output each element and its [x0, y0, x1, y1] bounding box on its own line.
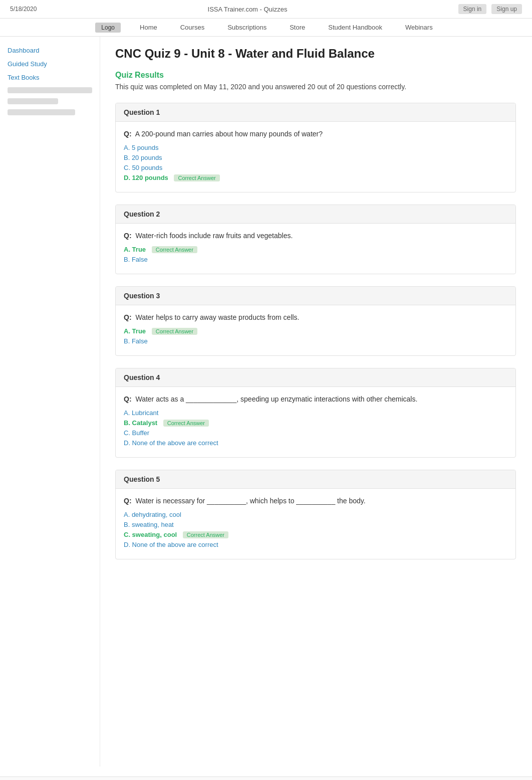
answer-option-3-2: B. False — [124, 337, 507, 345]
question-block-5: Question 5Q: Water is necessary for ____… — [115, 470, 516, 559]
answer-option-1-4: D. 120 pounds Correct Answer — [124, 174, 507, 181]
question-body-2: Q: Water-rich foods include raw fruits a… — [116, 224, 515, 274]
correct-indicator-3: Correct Answer — [152, 328, 197, 335]
answer-option-5-2: B. sweating, heat — [124, 521, 507, 528]
answer-option-5-3: C. sweating, cool Correct Answer — [124, 531, 507, 538]
answer-option-5-1: A. dehydrating, cool — [124, 511, 507, 518]
main-content: CNC Quiz 9 - Unit 8 - Water and Fluid Ba… — [100, 37, 531, 766]
question-text-1: Q: A 200-pound man carries about how man… — [124, 130, 507, 138]
question-header-3: Question 3 — [116, 287, 515, 305]
answer-option-3-1: A. True Correct Answer — [124, 327, 507, 335]
sidebar: Dashboard Guided Study Text Books — [0, 37, 100, 766]
question-block-3: Question 3Q: Water helps to carry away w… — [115, 286, 516, 356]
top-bar-title: ISSA Trainer.com - Quizzes — [208, 6, 288, 13]
quiz-results-description: This quiz was completed on May 11, 2020 … — [115, 83, 516, 91]
nav-item-handbook[interactable]: Student Handbook — [324, 22, 386, 33]
sidebar-link-dashboard[interactable]: Dashboard — [8, 47, 92, 54]
top-bar-actions: Sign in Sign up — [458, 4, 522, 14]
sidebar-link-text-books[interactable]: Text Books — [8, 74, 92, 81]
answer-option-4-2: B. Catalyst Correct Answer — [124, 419, 507, 427]
answer-option-2-1: A. True Correct Answer — [124, 246, 507, 253]
question-body-4: Q: Water acts as a _____________, speedi… — [116, 387, 515, 457]
nav-logo[interactable]: Logo — [95, 23, 121, 33]
question-block-4: Question 4Q: Water acts as a ___________… — [115, 368, 516, 458]
sidebar-placeholder-3 — [8, 109, 75, 115]
sign-in-button[interactable]: Sign in — [458, 4, 487, 14]
footer: Back 1 — [0, 776, 532, 780]
question-body-3: Q: Water helps to carry away waste produ… — [116, 305, 515, 355]
question-header-2: Question 2 — [116, 205, 515, 224]
nav-item-webinars[interactable]: Webinars — [401, 22, 437, 33]
question-header-4: Question 4 — [116, 368, 515, 387]
question-body-5: Q: Water is necessary for __________, wh… — [116, 489, 515, 559]
page-layout: Dashboard Guided Study Text Books CNC Qu… — [0, 37, 532, 766]
nav-item-home[interactable]: Home — [136, 22, 161, 33]
nav-item-subscriptions[interactable]: Subscriptions — [223, 22, 271, 33]
sidebar-placeholder-2 — [8, 98, 58, 104]
nav-bar: Logo Home Courses Subscriptions Store St… — [0, 19, 532, 37]
questions-container: Question 1Q: A 200-pound man carries abo… — [115, 103, 516, 559]
answer-option-5-4: D. None of the above are correct — [124, 541, 507, 548]
question-block-2: Question 2Q: Water-rich foods include ra… — [115, 205, 516, 274]
question-text-4: Q: Water acts as a _____________, speedi… — [124, 395, 507, 403]
answer-option-2-2: B. False — [124, 256, 507, 263]
correct-indicator-1: Correct Answer — [174, 174, 219, 181]
answer-option-4-1: A. Lubricant — [124, 409, 507, 417]
top-bar-date: 5/18/2020 — [10, 6, 37, 13]
top-bar: 5/18/2020 ISSA Trainer.com - Quizzes Sig… — [0, 0, 532, 19]
page-title: CNC Quiz 9 - Unit 8 - Water and Fluid Ba… — [115, 47, 516, 61]
answer-option-4-4: D. None of the above are correct — [124, 439, 507, 447]
sidebar-placeholder-1 — [8, 87, 92, 93]
correct-indicator-2: Correct Answer — [152, 246, 197, 253]
question-header-1: Question 1 — [116, 103, 515, 122]
sidebar-link-guided-study[interactable]: Guided Study — [8, 60, 92, 68]
answer-option-1-2: B. 20 pounds — [124, 154, 507, 161]
answer-option-1-3: C. 50 pounds — [124, 164, 507, 171]
answer-option-4-3: C. Buffer — [124, 429, 507, 437]
question-header-5: Question 5 — [116, 470, 515, 489]
question-body-1: Q: A 200-pound man carries about how man… — [116, 122, 515, 192]
sign-up-button[interactable]: Sign up — [491, 4, 522, 14]
correct-indicator-4: Correct Answer — [163, 420, 209, 427]
question-text-3: Q: Water helps to carry away waste produ… — [124, 313, 507, 321]
answer-option-1-1: A. 5 pounds — [124, 144, 507, 151]
nav-item-store[interactable]: Store — [286, 22, 309, 33]
question-text-5: Q: Water is necessary for __________, wh… — [124, 497, 507, 505]
correct-indicator-5: Correct Answer — [183, 531, 228, 538]
nav-item-courses[interactable]: Courses — [176, 22, 208, 33]
question-block-1: Question 1Q: A 200-pound man carries abo… — [115, 103, 516, 192]
question-text-2: Q: Water-rich foods include raw fruits a… — [124, 232, 507, 240]
quiz-results-heading: Quiz Results — [115, 71, 516, 80]
